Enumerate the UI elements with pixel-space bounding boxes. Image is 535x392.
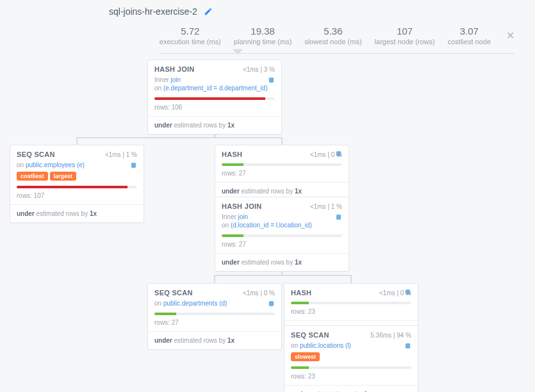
database-icon [268, 300, 275, 309]
page-title: sql-joins-hr-exercise-2 [109, 6, 197, 17]
badge-slowest: slowest [291, 352, 320, 361]
plan-node-hash-join-location[interactable]: HASH JOIN<1ms | 1 % Inner joinon (d.loca… [215, 197, 349, 272]
database-icon [130, 162, 137, 171]
plan-node-seq-scan-departments[interactable]: SEQ SCAN<1ms | 0 % on public.departments… [147, 283, 282, 350]
database-icon [335, 214, 342, 223]
badge-largest: largest [50, 172, 77, 181]
stats-bar: 5.72execution time (ms) 19.38planning ti… [160, 26, 514, 54]
plan-node-seq-scan-locations[interactable]: SEQ SCAN5.36ms | 94 % on public.location… [284, 325, 418, 392]
plan-node-seq-scan-employees[interactable]: SEQ SCAN<1ms | 1 % on public.employees (… [10, 145, 144, 223]
plan-node-hash-join-root[interactable]: HASH JOIN<1ms | 3 % Inner joinon (e.depa… [147, 60, 282, 135]
close-icon[interactable]: ✕ [506, 29, 514, 45]
database-icon [404, 343, 411, 352]
badge-costliest: costliest [17, 172, 48, 181]
edit-icon[interactable] [204, 7, 213, 16]
plan-node-hash-upper[interactable]: HASH<1ms | 0 % rows: 27 under estimated … [215, 145, 349, 200]
database-icon [268, 77, 275, 86]
